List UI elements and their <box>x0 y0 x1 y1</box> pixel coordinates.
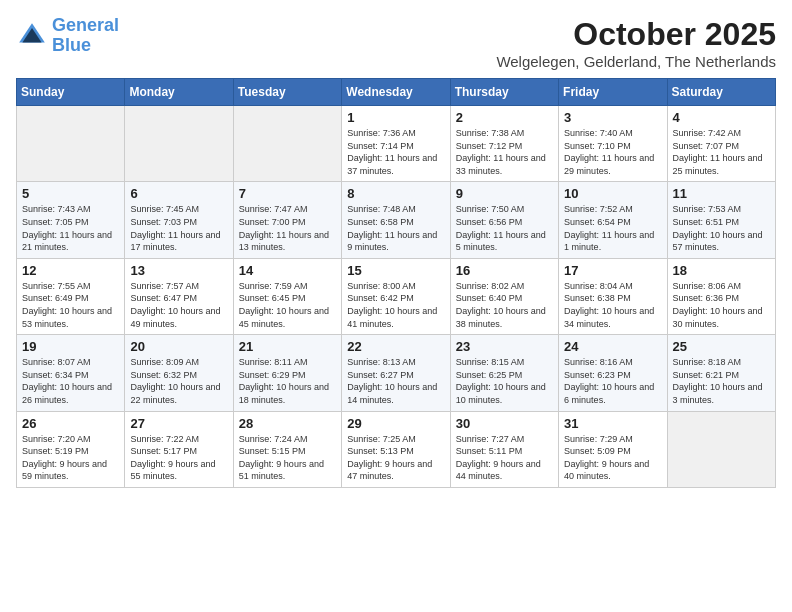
day-number: 14 <box>239 263 336 278</box>
day-info: Sunrise: 7:38 AMSunset: 7:12 PMDaylight:… <box>456 127 553 177</box>
calendar-day-31: 31Sunrise: 7:29 AMSunset: 5:09 PMDayligh… <box>559 411 667 487</box>
day-info: Sunrise: 7:22 AMSunset: 5:17 PMDaylight:… <box>130 433 227 483</box>
calendar-empty-cell <box>125 106 233 182</box>
day-info: Sunrise: 7:36 AMSunset: 7:14 PMDaylight:… <box>347 127 444 177</box>
weekday-header-thursday: Thursday <box>450 79 558 106</box>
calendar-day-26: 26Sunrise: 7:20 AMSunset: 5:19 PMDayligh… <box>17 411 125 487</box>
day-number: 3 <box>564 110 661 125</box>
calendar-day-27: 27Sunrise: 7:22 AMSunset: 5:17 PMDayligh… <box>125 411 233 487</box>
day-info: Sunrise: 7:27 AMSunset: 5:11 PMDaylight:… <box>456 433 553 483</box>
day-number: 23 <box>456 339 553 354</box>
calendar-day-19: 19Sunrise: 8:07 AMSunset: 6:34 PMDayligh… <box>17 335 125 411</box>
day-info: Sunrise: 7:59 AMSunset: 6:45 PMDaylight:… <box>239 280 336 330</box>
day-number: 6 <box>130 186 227 201</box>
calendar-day-18: 18Sunrise: 8:06 AMSunset: 6:36 PMDayligh… <box>667 258 775 334</box>
calendar-day-6: 6Sunrise: 7:45 AMSunset: 7:03 PMDaylight… <box>125 182 233 258</box>
day-number: 9 <box>456 186 553 201</box>
day-number: 24 <box>564 339 661 354</box>
day-number: 25 <box>673 339 770 354</box>
day-number: 22 <box>347 339 444 354</box>
logo-icon <box>16 20 48 52</box>
day-info: Sunrise: 8:09 AMSunset: 6:32 PMDaylight:… <box>130 356 227 406</box>
day-info: Sunrise: 7:25 AMSunset: 5:13 PMDaylight:… <box>347 433 444 483</box>
day-info: Sunrise: 7:20 AMSunset: 5:19 PMDaylight:… <box>22 433 119 483</box>
calendar-day-29: 29Sunrise: 7:25 AMSunset: 5:13 PMDayligh… <box>342 411 450 487</box>
day-info: Sunrise: 7:47 AMSunset: 7:00 PMDaylight:… <box>239 203 336 253</box>
month-title: October 2025 <box>496 16 776 53</box>
weekday-header-row: SundayMondayTuesdayWednesdayThursdayFrid… <box>17 79 776 106</box>
weekday-header-tuesday: Tuesday <box>233 79 341 106</box>
calendar-empty-cell <box>667 411 775 487</box>
day-info: Sunrise: 8:04 AMSunset: 6:38 PMDaylight:… <box>564 280 661 330</box>
location: Welgelegen, Gelderland, The Netherlands <box>496 53 776 70</box>
calendar-day-10: 10Sunrise: 7:52 AMSunset: 6:54 PMDayligh… <box>559 182 667 258</box>
calendar-day-25: 25Sunrise: 8:18 AMSunset: 6:21 PMDayligh… <box>667 335 775 411</box>
day-info: Sunrise: 8:18 AMSunset: 6:21 PMDaylight:… <box>673 356 770 406</box>
day-info: Sunrise: 8:16 AMSunset: 6:23 PMDaylight:… <box>564 356 661 406</box>
day-number: 12 <box>22 263 119 278</box>
logo-text: General Blue <box>52 16 119 56</box>
calendar-week-row: 19Sunrise: 8:07 AMSunset: 6:34 PMDayligh… <box>17 335 776 411</box>
weekday-header-sunday: Sunday <box>17 79 125 106</box>
calendar-day-28: 28Sunrise: 7:24 AMSunset: 5:15 PMDayligh… <box>233 411 341 487</box>
calendar-day-11: 11Sunrise: 7:53 AMSunset: 6:51 PMDayligh… <box>667 182 775 258</box>
logo: General Blue <box>16 16 119 56</box>
calendar-day-12: 12Sunrise: 7:55 AMSunset: 6:49 PMDayligh… <box>17 258 125 334</box>
day-number: 18 <box>673 263 770 278</box>
day-info: Sunrise: 8:02 AMSunset: 6:40 PMDaylight:… <box>456 280 553 330</box>
calendar-day-23: 23Sunrise: 8:15 AMSunset: 6:25 PMDayligh… <box>450 335 558 411</box>
day-info: Sunrise: 7:53 AMSunset: 6:51 PMDaylight:… <box>673 203 770 253</box>
day-info: Sunrise: 7:57 AMSunset: 6:47 PMDaylight:… <box>130 280 227 330</box>
day-info: Sunrise: 7:50 AMSunset: 6:56 PMDaylight:… <box>456 203 553 253</box>
day-info: Sunrise: 7:55 AMSunset: 6:49 PMDaylight:… <box>22 280 119 330</box>
day-info: Sunrise: 7:48 AMSunset: 6:58 PMDaylight:… <box>347 203 444 253</box>
day-number: 26 <box>22 416 119 431</box>
calendar-day-2: 2Sunrise: 7:38 AMSunset: 7:12 PMDaylight… <box>450 106 558 182</box>
day-number: 8 <box>347 186 444 201</box>
day-number: 5 <box>22 186 119 201</box>
day-number: 4 <box>673 110 770 125</box>
weekday-header-wednesday: Wednesday <box>342 79 450 106</box>
day-info: Sunrise: 7:40 AMSunset: 7:10 PMDaylight:… <box>564 127 661 177</box>
calendar-day-22: 22Sunrise: 8:13 AMSunset: 6:27 PMDayligh… <box>342 335 450 411</box>
day-number: 17 <box>564 263 661 278</box>
calendar-day-1: 1Sunrise: 7:36 AMSunset: 7:14 PMDaylight… <box>342 106 450 182</box>
calendar-day-30: 30Sunrise: 7:27 AMSunset: 5:11 PMDayligh… <box>450 411 558 487</box>
day-info: Sunrise: 7:45 AMSunset: 7:03 PMDaylight:… <box>130 203 227 253</box>
calendar-day-24: 24Sunrise: 8:16 AMSunset: 6:23 PMDayligh… <box>559 335 667 411</box>
day-number: 7 <box>239 186 336 201</box>
calendar-day-21: 21Sunrise: 8:11 AMSunset: 6:29 PMDayligh… <box>233 335 341 411</box>
calendar-week-row: 5Sunrise: 7:43 AMSunset: 7:05 PMDaylight… <box>17 182 776 258</box>
calendar-day-15: 15Sunrise: 8:00 AMSunset: 6:42 PMDayligh… <box>342 258 450 334</box>
weekday-header-monday: Monday <box>125 79 233 106</box>
day-info: Sunrise: 7:29 AMSunset: 5:09 PMDaylight:… <box>564 433 661 483</box>
calendar-day-7: 7Sunrise: 7:47 AMSunset: 7:00 PMDaylight… <box>233 182 341 258</box>
day-info: Sunrise: 8:13 AMSunset: 6:27 PMDaylight:… <box>347 356 444 406</box>
title-block: October 2025 Welgelegen, Gelderland, The… <box>496 16 776 70</box>
calendar-table: SundayMondayTuesdayWednesdayThursdayFrid… <box>16 78 776 488</box>
day-number: 15 <box>347 263 444 278</box>
calendar-day-20: 20Sunrise: 8:09 AMSunset: 6:32 PMDayligh… <box>125 335 233 411</box>
day-number: 13 <box>130 263 227 278</box>
day-number: 19 <box>22 339 119 354</box>
day-number: 1 <box>347 110 444 125</box>
page-header: General Blue October 2025 Welgelegen, Ge… <box>16 16 776 70</box>
day-number: 28 <box>239 416 336 431</box>
calendar-week-row: 26Sunrise: 7:20 AMSunset: 5:19 PMDayligh… <box>17 411 776 487</box>
day-info: Sunrise: 7:24 AMSunset: 5:15 PMDaylight:… <box>239 433 336 483</box>
weekday-header-saturday: Saturday <box>667 79 775 106</box>
day-info: Sunrise: 8:07 AMSunset: 6:34 PMDaylight:… <box>22 356 119 406</box>
day-number: 27 <box>130 416 227 431</box>
day-number: 10 <box>564 186 661 201</box>
calendar-day-5: 5Sunrise: 7:43 AMSunset: 7:05 PMDaylight… <box>17 182 125 258</box>
calendar-empty-cell <box>233 106 341 182</box>
day-info: Sunrise: 7:42 AMSunset: 7:07 PMDaylight:… <box>673 127 770 177</box>
day-number: 30 <box>456 416 553 431</box>
calendar-day-3: 3Sunrise: 7:40 AMSunset: 7:10 PMDaylight… <box>559 106 667 182</box>
day-number: 29 <box>347 416 444 431</box>
day-number: 11 <box>673 186 770 201</box>
calendar-day-13: 13Sunrise: 7:57 AMSunset: 6:47 PMDayligh… <box>125 258 233 334</box>
calendar-week-row: 1Sunrise: 7:36 AMSunset: 7:14 PMDaylight… <box>17 106 776 182</box>
calendar-day-8: 8Sunrise: 7:48 AMSunset: 6:58 PMDaylight… <box>342 182 450 258</box>
calendar-empty-cell <box>17 106 125 182</box>
